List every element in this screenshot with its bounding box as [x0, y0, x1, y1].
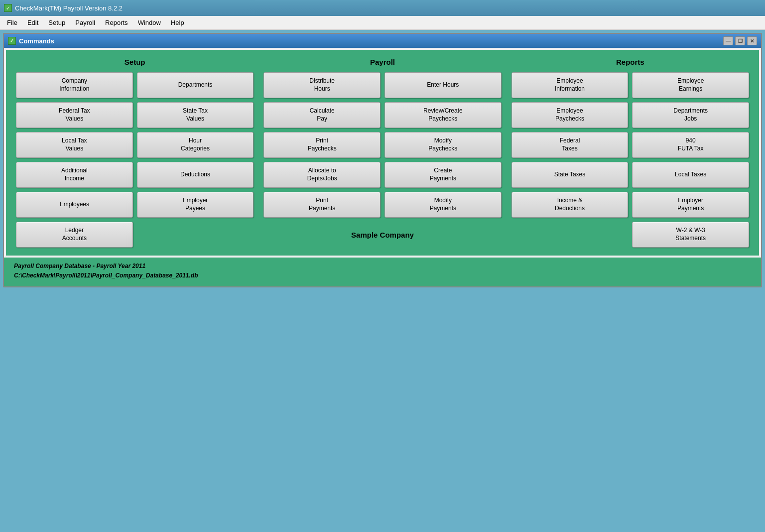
setup-column: Setup CompanyInformation Departments Fed…: [16, 58, 254, 218]
employee-earnings-button[interactable]: EmployeeEarnings: [632, 72, 749, 98]
commands-window: ✓ Commands — ❐ ✕ Setup CompanyInformatio…: [3, 33, 762, 287]
menu-setup[interactable]: Setup: [43, 17, 70, 28]
local-taxes-button[interactable]: Local Taxes: [632, 162, 749, 188]
app-title: CheckMark(TM) Payroll Version 8.2.2: [15, 4, 123, 12]
menu-reports[interactable]: Reports: [100, 17, 133, 28]
reports-header: Reports: [511, 58, 749, 66]
employee-paychecks-button[interactable]: EmployeePaychecks: [511, 102, 629, 128]
window-icon: ✓: [8, 37, 16, 45]
print-payments-button[interactable]: PrintPayments: [263, 192, 381, 218]
allocate-depts-jobs-button[interactable]: Allocate toDepts/Jobs: [263, 162, 381, 188]
modify-paychecks-button[interactable]: ModifyPaychecks: [384, 132, 502, 158]
window-controls: — ❐ ✕: [723, 36, 757, 45]
title-bar: ✓ CheckMark(TM) Payroll Version 8.2.2: [0, 0, 765, 16]
create-payments-button[interactable]: CreatePayments: [384, 162, 502, 188]
menu-window[interactable]: Window: [133, 17, 166, 28]
income-deductions-button[interactable]: Income &Deductions: [511, 192, 629, 218]
reports-btn-grid: EmployeeInformation EmployeeEarnings Emp…: [511, 72, 749, 218]
state-taxes-button[interactable]: State Taxes: [511, 162, 629, 188]
enter-hours-button[interactable]: Enter Hours: [384, 72, 502, 98]
footer-line2: C:\CheckMark\Payroll\2011\Payroll_Compan…: [14, 271, 751, 280]
payroll-header: Payroll: [263, 58, 501, 66]
employer-payments-button[interactable]: EmployerPayments: [632, 192, 749, 218]
app-icon: ✓: [4, 4, 12, 12]
sample-company-label: Sample Company: [263, 222, 501, 248]
departments-button[interactable]: Departments: [137, 72, 254, 98]
bottom-left: LedgerAccounts: [16, 222, 254, 248]
menu-edit[interactable]: Edit: [22, 17, 43, 28]
review-create-paychecks-button[interactable]: Review/CreatePaychecks: [384, 102, 502, 128]
maximize-button[interactable]: ❐: [735, 36, 745, 45]
w2-w3-statements-button[interactable]: W-2 & W-3Statements: [632, 222, 749, 248]
columns-container: Setup CompanyInformation Departments Fed…: [16, 58, 749, 218]
payroll-btn-grid: DistributeHours Enter Hours CalculatePay…: [263, 72, 501, 218]
940-futa-tax-button[interactable]: 940FUTA Tax: [632, 132, 749, 158]
federal-taxes-button[interactable]: FederalTaxes: [511, 132, 629, 158]
window-title-bar: ✓ Commands — ❐ ✕: [4, 34, 761, 48]
menu-bar: File Edit Setup Payroll Reports Window H…: [0, 16, 765, 30]
federal-tax-values-button[interactable]: Federal TaxValues: [16, 102, 133, 128]
payroll-column: Payroll DistributeHours Enter Hours Calc…: [263, 58, 501, 218]
bottom-right: W-2 & W-3Statements: [511, 222, 749, 248]
modify-payments-button[interactable]: ModifyPayments: [384, 192, 502, 218]
deductions-button[interactable]: Deductions: [137, 162, 254, 188]
menu-payroll[interactable]: Payroll: [70, 17, 100, 28]
print-paychecks-button[interactable]: PrintPaychecks: [263, 132, 381, 158]
close-button[interactable]: ✕: [747, 36, 757, 45]
minimize-button[interactable]: —: [723, 36, 733, 45]
setup-btn-grid: CompanyInformation Departments Federal T…: [16, 72, 254, 218]
setup-header: Setup: [16, 58, 254, 66]
departments-jobs-button[interactable]: DepartmentsJobs: [632, 102, 749, 128]
bottom-row: LedgerAccounts Sample Company W-2 & W-3S…: [16, 222, 749, 248]
menu-help[interactable]: Help: [166, 17, 189, 28]
hour-categories-button[interactable]: HourCategories: [137, 132, 254, 158]
menu-file[interactable]: File: [2, 17, 22, 28]
footer: Payroll Company Database - Payroll Year …: [4, 258, 761, 286]
reports-column: Reports EmployeeInformation EmployeeEarn…: [511, 58, 749, 218]
company-information-button[interactable]: CompanyInformation: [16, 72, 133, 98]
distribute-hours-button[interactable]: DistributeHours: [263, 72, 381, 98]
employer-payees-button[interactable]: EmployerPayees: [137, 192, 254, 218]
additional-income-button[interactable]: AdditionalIncome: [16, 162, 133, 188]
commands-panel: Setup CompanyInformation Departments Fed…: [6, 50, 759, 256]
state-tax-values-button[interactable]: State TaxValues: [137, 102, 254, 128]
footer-line1: Payroll Company Database - Payroll Year …: [14, 262, 751, 271]
local-tax-values-button[interactable]: Local TaxValues: [16, 132, 133, 158]
employee-information-button[interactable]: EmployeeInformation: [511, 72, 629, 98]
ledger-accounts-button[interactable]: LedgerAccounts: [16, 222, 133, 248]
window-title: Commands: [19, 37, 54, 45]
employees-button[interactable]: Employees: [16, 192, 133, 218]
calculate-pay-button[interactable]: CalculatePay: [263, 102, 381, 128]
